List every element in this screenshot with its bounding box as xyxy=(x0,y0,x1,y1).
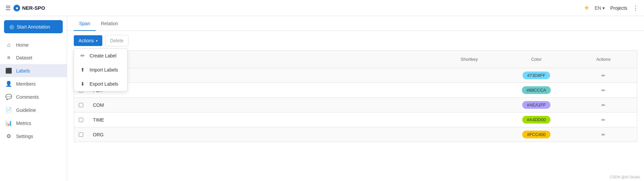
labels-icon: ⬛ xyxy=(5,67,12,74)
lang-chevron-icon: ▾ xyxy=(602,5,605,11)
edit-icon-5[interactable]: ✏ xyxy=(601,132,605,137)
table-header-row: Name Shortkey Color Actions xyxy=(74,50,637,68)
table-row: TIME #A4DD00 ✏ xyxy=(74,112,637,127)
guideline-icon: 📄 xyxy=(5,107,12,113)
th-color: Color xyxy=(503,54,570,64)
td-shortkey-1 xyxy=(436,72,503,79)
td-checkbox-5[interactable] xyxy=(74,129,88,141)
home-icon: ⌂ xyxy=(5,42,12,48)
table-row: #73D8FF ✏ xyxy=(74,68,637,83)
sidebar-item-guideline[interactable]: 📄 Guideline xyxy=(0,103,67,117)
color-badge-3: #AEA1FF xyxy=(522,101,550,109)
delete-button[interactable]: Delete xyxy=(105,35,128,46)
export-labels-icon: ⬇ xyxy=(79,81,86,87)
toolbar: Actions ▾ Delete ✏ Create Label ⬆ Import… xyxy=(67,31,644,50)
brand-logo-icon xyxy=(13,5,20,11)
brand-name: NER-SPO xyxy=(22,5,45,11)
color-badge-2: #68CCCA xyxy=(522,86,551,94)
watermark: CSDN @AI Studio xyxy=(610,175,640,179)
sidebar-item-labels[interactable]: ⬛ Labels xyxy=(0,64,67,77)
create-label-text: Create Label xyxy=(90,53,116,58)
color-badge-5: #FCC400 xyxy=(522,131,550,138)
language-selector[interactable]: EN ▾ xyxy=(595,5,605,11)
labels-table: Name Shortkey Color Actions #73D8FF ✏ xyxy=(67,50,644,142)
comments-icon: 💬 xyxy=(5,94,12,100)
td-name-1 xyxy=(88,72,436,79)
edit-icon-1[interactable]: ✏ xyxy=(601,73,605,78)
start-annotation-icon: ◎ xyxy=(9,24,14,30)
dropdown-item-import-labels[interactable]: ⬆ Import Labels xyxy=(74,63,127,77)
table-row: COM #AEA1FF ✏ xyxy=(74,97,637,112)
sidebar-item-settings[interactable]: ⚙ Settings xyxy=(0,130,67,143)
actions-chevron-icon: ▾ xyxy=(96,39,98,43)
actions-button[interactable]: Actions ▾ xyxy=(74,35,102,46)
edit-icon-3[interactable]: ✏ xyxy=(601,102,605,108)
projects-link[interactable]: Projects xyxy=(610,5,627,11)
td-actions-4: ✏ xyxy=(570,114,637,126)
td-name-2: PER xyxy=(88,84,436,96)
navbar: ☰ NER-SPO ☀ EN ▾ Projects ⋮ xyxy=(0,0,644,16)
row-checkbox-5[interactable] xyxy=(79,132,83,137)
tab-relation[interactable]: Relation xyxy=(96,16,123,31)
sidebar-label-metrics: Metrics xyxy=(16,121,31,126)
td-name-5: ORG xyxy=(88,129,436,141)
row-checkbox-4[interactable] xyxy=(79,117,83,123)
settings-icon: ⚙ xyxy=(5,133,12,139)
content-area: Span Relation Actions ▾ Delete ✏ Create … xyxy=(67,16,644,181)
import-labels-icon: ⬆ xyxy=(79,67,86,73)
sidebar-label-comments: Comments xyxy=(16,94,39,100)
sidebar-item-members[interactable]: 👤 Members xyxy=(0,77,67,90)
sidebar-item-metrics[interactable]: 📊 Metrics xyxy=(0,117,67,130)
import-labels-text: Import Labels xyxy=(90,67,118,73)
td-color-5: #FCC400 xyxy=(503,127,570,142)
row-checkbox-3[interactable] xyxy=(79,102,83,108)
edit-icon-4[interactable]: ✏ xyxy=(601,117,605,123)
sidebar-label-home: Home xyxy=(16,42,29,48)
th-name: Name xyxy=(88,54,436,64)
sidebar-nav: ⌂ Home ≡ Dataset ⬛ Labels 👤 Members 💬 Co… xyxy=(0,39,67,143)
language-label: EN xyxy=(595,5,601,11)
sidebar-label-members: Members xyxy=(16,81,36,87)
td-checkbox-4[interactable] xyxy=(74,114,88,126)
main-layout: ◎ Start Annotation ⌂ Home ≡ Dataset ⬛ La… xyxy=(0,16,644,181)
more-options-icon[interactable]: ⋮ xyxy=(633,4,639,12)
color-badge-4: #A4DD00 xyxy=(522,116,550,124)
sidebar: ◎ Start Annotation ⌂ Home ≡ Dataset ⬛ La… xyxy=(0,16,67,181)
sidebar-label-labels: Labels xyxy=(16,68,30,74)
table-row: PER #68CCCA ✏ xyxy=(74,83,637,97)
tabs: Span Relation xyxy=(67,16,644,31)
th-actions: Actions xyxy=(570,54,637,64)
td-actions-1: ✏ xyxy=(570,70,637,82)
create-label-icon: ✏ xyxy=(79,53,86,59)
navbar-right: ☀ EN ▾ Projects ⋮ xyxy=(584,4,639,12)
sidebar-label-settings: Settings xyxy=(16,134,33,139)
dropdown-item-create-label[interactable]: ✏ Create Label xyxy=(74,49,127,63)
navbar-brand: NER-SPO xyxy=(13,5,45,11)
td-name-3: COM xyxy=(88,99,436,111)
color-badge-1: #73D8FF xyxy=(523,72,550,79)
td-name-4: TIME xyxy=(88,114,436,126)
td-shortkey-5 xyxy=(436,131,503,138)
td-checkbox-3[interactable] xyxy=(74,99,88,111)
sidebar-label-dataset: Dataset xyxy=(16,55,32,60)
td-color-1: #73D8FF xyxy=(503,68,570,83)
td-color-3: #AEA1FF xyxy=(503,98,570,112)
tab-span[interactable]: Span xyxy=(74,16,96,31)
dropdown-item-export-labels[interactable]: ⬇ Export Labels xyxy=(74,77,127,91)
actions-dropdown-menu: ✏ Create Label ⬆ Import Labels ⬇ Export … xyxy=(74,48,127,91)
sidebar-item-dataset[interactable]: ≡ Dataset xyxy=(0,51,67,64)
theme-toggle-icon[interactable]: ☀ xyxy=(584,4,589,12)
export-labels-text: Export Labels xyxy=(90,81,118,87)
sidebar-item-home[interactable]: ⌂ Home xyxy=(0,39,67,51)
start-annotation-button[interactable]: ◎ Start Annotation xyxy=(4,20,63,33)
td-shortkey-2 xyxy=(436,87,503,94)
sidebar-item-comments[interactable]: 💬 Comments xyxy=(0,90,67,103)
members-icon: 👤 xyxy=(5,81,12,87)
sidebar-label-guideline: Guideline xyxy=(16,107,36,113)
edit-icon-2[interactable]: ✏ xyxy=(601,88,605,93)
td-shortkey-3 xyxy=(436,102,503,108)
td-shortkey-4 xyxy=(436,117,503,123)
td-actions-2: ✏ xyxy=(570,84,637,96)
start-annotation-label: Start Annotation xyxy=(17,24,50,30)
hamburger-icon[interactable]: ☰ xyxy=(5,4,11,12)
